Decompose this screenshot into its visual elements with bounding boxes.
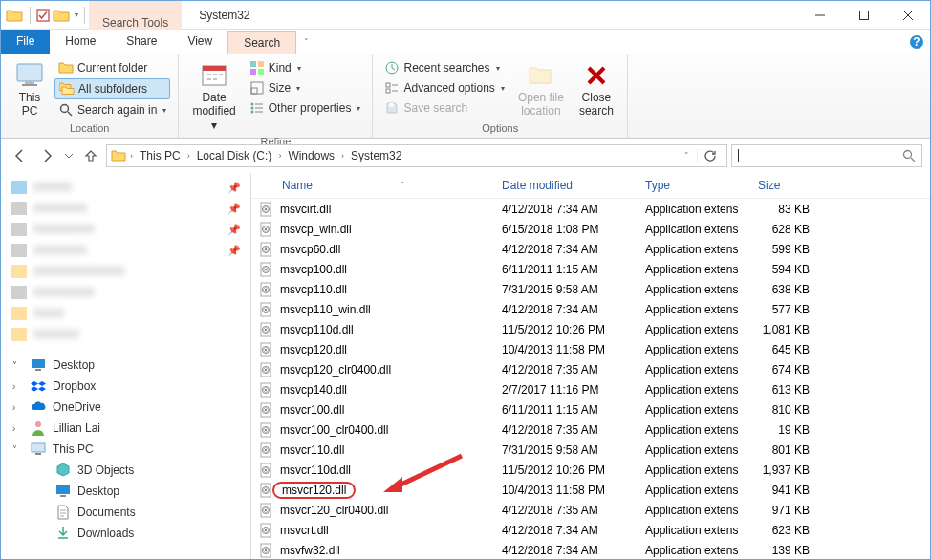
search-box[interactable]	[731, 144, 922, 167]
file-row[interactable]: msvcp120.dll10/4/2013 11:58 PMApplicatio…	[251, 339, 930, 359]
quick-access-item[interactable]: XXXXXX	[1, 324, 250, 345]
file-row[interactable]: msvfw32.dll4/12/2018 7:34 AMApplication …	[251, 540, 930, 559]
chevron-right-icon[interactable]: ›	[12, 423, 24, 434]
tab-search[interactable]: Search	[227, 31, 296, 54]
tree-thispc[interactable]: ˅This PC	[1, 439, 250, 460]
qat-newfolder-icon[interactable]	[52, 6, 71, 25]
svg-point-86	[265, 508, 267, 510]
column-date[interactable]: Date modified	[494, 177, 638, 194]
breadcrumb-thispc[interactable]: This PC	[137, 149, 184, 162]
file-row[interactable]: msvcirt.dll4/12/2018 7:34 AMApplication …	[251, 199, 930, 219]
tree-3dobjects[interactable]: 3D Objects	[1, 460, 250, 481]
dll-icon	[259, 262, 274, 277]
file-row[interactable]: msvcp110d.dll11/5/2012 10:26 PMApplicati…	[251, 319, 930, 339]
chevron-right-icon[interactable]: ›	[185, 151, 192, 161]
svg-point-80	[265, 468, 267, 470]
file-row[interactable]: msvcp110_win.dll4/12/2018 7:34 AMApplica…	[251, 299, 930, 319]
qat-properties-icon[interactable]	[36, 9, 50, 22]
file-row[interactable]: msvcp120_clr0400.dll4/12/2018 7:35 AMApp…	[251, 359, 930, 379]
help-icon[interactable]: ?	[903, 30, 930, 54]
dll-icon	[259, 362, 274, 377]
file-date: 4/12/2018 7:35 AM	[494, 363, 638, 377]
date-modified-button[interactable]: Date modified ▾	[186, 58, 241, 134]
minimize-button[interactable]	[798, 1, 842, 30]
quick-access-item[interactable]: XXXXXXXX	[1, 282, 250, 303]
file-row[interactable]: msvcp100.dll6/11/2011 1:15 AMApplication…	[251, 259, 930, 279]
file-row[interactable]: msvcp60.dll4/12/2018 7:34 AMApplication …	[251, 239, 930, 259]
tree-onedrive[interactable]: ›OneDrive	[1, 397, 250, 418]
navigation-pane[interactable]: XXXXX📌 XXXXXXX📌 XXXXXXXX📌 XXXXXXX📌 XXXXX…	[1, 173, 251, 559]
all-subfolders-button[interactable]: All subfolders	[54, 78, 170, 99]
recent-searches-button[interactable]: Recent searches ▾	[380, 58, 508, 77]
file-row[interactable]: msvcrt.dll4/12/2018 7:34 AMApplication e…	[251, 520, 930, 540]
quick-access-item[interactable]: XXXXX📌	[1, 177, 250, 198]
downloads-icon	[54, 525, 72, 542]
dll-icon	[259, 402, 274, 418]
quick-access-item[interactable]: XXXXXXXX📌	[1, 219, 250, 240]
column-name[interactable]: Name˄	[251, 177, 494, 194]
file-name: msvcr120.dll	[272, 482, 356, 499]
tree-user[interactable]: ›Lillian Lai	[1, 418, 250, 439]
tree-downloads[interactable]: Downloads	[1, 523, 250, 544]
size-button[interactable]: Size ▾	[246, 78, 365, 97]
other-properties-button[interactable]: Other properties ▾	[246, 98, 365, 118]
quick-access-item[interactable]: XXXXXXX📌	[1, 240, 250, 261]
breadcrumb-system32[interactable]: System32	[348, 149, 404, 162]
quick-access-item[interactable]: XXXXXXXXXXXX	[1, 261, 250, 282]
quick-access-item[interactable]: XXXXXXX📌	[1, 198, 250, 219]
file-row[interactable]: msvcr100_clr0400.dll4/12/2018 7:35 AMApp…	[251, 420, 930, 440]
chevron-right-icon[interactable]: ›	[339, 151, 346, 161]
search-again-in-button[interactable]: Search again in ▾	[54, 100, 170, 119]
dll-icon	[259, 382, 274, 398]
tree-documents[interactable]: Documents	[1, 502, 250, 523]
chevron-right-icon[interactable]: ›	[12, 381, 24, 392]
column-type[interactable]: Type	[638, 177, 750, 194]
tab-home[interactable]: Home	[50, 30, 111, 54]
kind-button[interactable]: Kind ▾	[246, 58, 365, 77]
breadcrumb-c[interactable]: Local Disk (C:)	[194, 149, 275, 162]
forward-button[interactable]	[35, 144, 58, 167]
quick-access-item[interactable]: XXXX	[1, 303, 250, 324]
tree-dropbox[interactable]: ›Dropbox	[1, 376, 250, 397]
close-search-button[interactable]: Close search	[574, 58, 619, 120]
file-row[interactable]: msvcr110d.dll11/5/2012 10:26 PMApplicati…	[251, 460, 930, 480]
file-row[interactable]: msvcp140.dll2/7/2017 11:16 PMApplication…	[251, 379, 930, 399]
file-row[interactable]: msvcp_win.dll6/15/2018 1:08 PMApplicatio…	[251, 219, 930, 239]
back-button[interactable]	[9, 144, 32, 167]
file-row[interactable]: msvcr110.dll7/31/2015 9:58 AMApplication…	[251, 440, 930, 460]
chevron-down-icon[interactable]: ˅	[12, 360, 24, 371]
chevron-right-icon[interactable]: ›	[128, 151, 135, 161]
chevron-right-icon[interactable]: ›	[276, 151, 283, 161]
tab-view[interactable]: View	[172, 30, 227, 54]
address-bar[interactable]: › This PC › Local Disk (C:) › Windows › …	[106, 144, 727, 167]
column-size[interactable]: Size	[750, 177, 827, 194]
address-history-dropdown[interactable]: ˅	[679, 151, 695, 161]
file-date: 4/12/2018 7:35 AM	[494, 423, 638, 437]
breadcrumb-windows[interactable]: Windows	[285, 149, 337, 162]
all-subfolders-label: All subfolders	[78, 82, 147, 96]
tab-file[interactable]: File	[1, 30, 50, 54]
advanced-options-button[interactable]: Advanced options ▾	[380, 78, 508, 97]
this-pc-label: This PC	[19, 91, 41, 118]
file-row[interactable]: msvcp110.dll7/31/2015 9:58 AMApplication…	[251, 279, 930, 299]
advanced-options-label: Advanced options	[403, 81, 494, 95]
navigation-row: › This PC › Local Disk (C:) › Windows › …	[1, 139, 930, 173]
tree-desktop2[interactable]: Desktop	[1, 481, 250, 502]
close-button[interactable]	[886, 1, 930, 30]
file-row[interactable]: msvcr100.dll6/11/2011 1:15 AMApplication…	[251, 399, 930, 420]
up-button[interactable]	[79, 144, 102, 167]
current-folder-button[interactable]: Current folder	[54, 58, 170, 77]
file-row[interactable]: msvcr120_clr0400.dll4/12/2018 7:35 AMApp…	[251, 500, 930, 520]
dll-icon	[259, 422, 274, 438]
chevron-right-icon[interactable]: ›	[12, 402, 24, 413]
tab-share[interactable]: Share	[111, 30, 172, 54]
ribbon-collapse-icon[interactable]: ˅	[296, 30, 315, 54]
maximize-button[interactable]	[842, 1, 886, 30]
refresh-button[interactable]	[697, 149, 723, 162]
this-pc-button[interactable]: This PC	[9, 58, 51, 120]
qat-dropdown-icon[interactable]: ▾	[75, 11, 78, 19]
chevron-down-icon[interactable]: ˅	[12, 444, 24, 455]
tree-desktop[interactable]: ˅Desktop	[1, 355, 250, 376]
recent-locations-button[interactable]	[62, 144, 76, 167]
file-row[interactable]: msvcr120.dll10/4/2013 11:58 PMApplicatio…	[251, 480, 930, 500]
